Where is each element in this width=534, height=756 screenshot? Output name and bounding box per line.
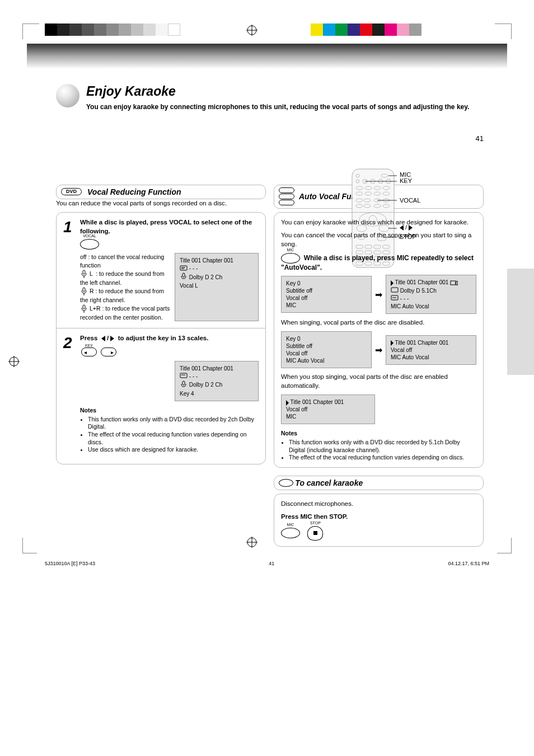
stop-button[interactable]: STOP bbox=[307, 526, 323, 541]
note-item: The effect of the vocal reducing functio… bbox=[289, 454, 476, 462]
note-item: Use discs which are designed for karaoke… bbox=[88, 446, 259, 454]
osd-line: Vocal off bbox=[391, 346, 471, 354]
remote-label-key: KEY bbox=[400, 177, 412, 184]
note-item: This function works only with a DVD disc… bbox=[289, 439, 476, 454]
page-subtitle: You can enjoy karaoke by connecting micr… bbox=[86, 102, 484, 112]
header-gradient bbox=[27, 44, 507, 69]
option-lr: L+R : to reduce the vocal parts recorded… bbox=[80, 304, 170, 322]
option-r: R : to reduce the sound from the right c… bbox=[80, 287, 170, 304]
osd-line: Title 001 Chapter 001 bbox=[395, 340, 449, 346]
osd-display: Title 001 Chapter 001 - - - Dolby D 2 Ch… bbox=[175, 361, 259, 401]
osd-line: MIC bbox=[286, 413, 370, 420]
osd-line: Key 0 bbox=[286, 335, 367, 342]
osd-display: Title 001 Chapter 001 - - - Dolby D 2 Ch… bbox=[175, 253, 259, 321]
svg-rect-75 bbox=[391, 288, 398, 292]
osd-display: Title 001 Chapter 001 Vocal off MIC bbox=[281, 395, 375, 424]
skip-fwd-button[interactable]: ▸ bbox=[101, 348, 116, 356]
section-intro: You can cancel the vocal parts of the so… bbox=[281, 231, 476, 248]
option-l: L : to reduce the sound from the left ch… bbox=[80, 270, 170, 287]
remote-label-vocal: VOCAL bbox=[400, 197, 420, 204]
vocal-button[interactable]: VOCAL bbox=[80, 239, 99, 250]
step-number: 2 bbox=[63, 334, 80, 352]
osd-audio: Dolby D 2 Ch bbox=[189, 381, 222, 388]
osd-line: Vocal off bbox=[286, 350, 367, 357]
footer: 5J310010A [E] P33-43 41 04.12.17, 6:51 P… bbox=[45, 561, 489, 566]
step-text: Press / to adjust the key in 13 scales. bbox=[80, 335, 208, 341]
print-registration-top bbox=[0, 0, 534, 56]
notes-list: This function works only with a DVD disc… bbox=[80, 416, 259, 454]
osd-display: Title 001 Chapter 001 Vocal off MIC Auto… bbox=[386, 335, 476, 365]
svg-rect-62 bbox=[83, 288, 85, 292]
svg-rect-72 bbox=[182, 381, 185, 385]
osd-line: MIC Auto Vocal bbox=[391, 303, 471, 310]
osd-display: Title 001 Chapter 001 Dolby D 5.1Ch - - … bbox=[386, 275, 476, 313]
section-header-cancel: To cancel karaoke bbox=[274, 476, 484, 490]
registration-mark-icon bbox=[246, 25, 257, 36]
osd-title: Title 001 Chapter 001 bbox=[180, 257, 254, 264]
osd-line: MIC Auto Vocal bbox=[286, 357, 367, 364]
notes-heading: Notes bbox=[80, 407, 259, 415]
crop-mark-icon bbox=[22, 24, 39, 39]
osd-subtitle: - - - bbox=[189, 373, 198, 380]
section-header-vocal-reducing: DVD Vocal Reducing Function bbox=[56, 185, 266, 199]
section-title: To cancel karaoke bbox=[295, 478, 363, 487]
cancel-text: Press MIC then STOP. bbox=[281, 513, 348, 520]
crop-mark-icon bbox=[495, 24, 512, 39]
notes-heading: Notes bbox=[281, 430, 476, 438]
notes-list: This function works only with a DVD disc… bbox=[281, 439, 476, 462]
svg-rect-66 bbox=[180, 266, 187, 270]
osd-line: Dolby D 5.1Ch bbox=[400, 287, 437, 294]
cancel-text: Disconnect microphones. bbox=[281, 500, 476, 509]
osd-line: Title 001 Chapter 001 bbox=[291, 399, 344, 405]
svg-rect-64 bbox=[83, 305, 85, 309]
osd-line: MIC Auto Vocal bbox=[391, 354, 471, 361]
svg-rect-60 bbox=[83, 270, 85, 274]
note-item: The effect of the vocal reducing functio… bbox=[88, 431, 259, 446]
osd-title: Title 001 Chapter 001 bbox=[180, 365, 254, 372]
osd-line: MIC bbox=[286, 302, 367, 309]
disc-badge-icon bbox=[279, 187, 294, 206]
osd-key-setting: Key 4 bbox=[180, 390, 254, 397]
page-number: 41 bbox=[476, 134, 484, 143]
step-number: 1 bbox=[63, 218, 80, 236]
step-text: While a disc is played, press VOCAL to s… bbox=[80, 219, 252, 234]
steps-panel: 1 While a disc is played, press VOCAL to… bbox=[56, 212, 266, 464]
footer-file: 5J310010A [E] P33-43 bbox=[45, 561, 95, 566]
osd-line: Key 0 bbox=[286, 280, 367, 287]
crop-mark-icon bbox=[497, 538, 512, 553]
arrow-right-icon: ➡ bbox=[375, 345, 382, 355]
note-item: This function works only with a DVD disc… bbox=[88, 416, 259, 431]
mic-button[interactable]: MIC bbox=[281, 253, 300, 264]
mic-button[interactable]: MIC bbox=[281, 528, 300, 538]
osd-line: Subtitle off bbox=[286, 342, 367, 350]
grayscale-calibration bbox=[45, 24, 180, 36]
disc-badge-icon bbox=[279, 479, 293, 487]
svg-rect-73 bbox=[451, 281, 456, 285]
svg-rect-70 bbox=[180, 373, 187, 378]
footer-date: 04.12.17, 6:51 PM bbox=[448, 561, 489, 566]
steps-panel: You can enjoy karaoke with discs which a… bbox=[274, 212, 484, 468]
arrow-right-icon: ➡ bbox=[375, 289, 382, 300]
section-intro: You can reduce the vocal parts of songs … bbox=[56, 199, 266, 208]
color-calibration bbox=[311, 24, 421, 36]
step-description: When singing, vocal parts of the disc ar… bbox=[281, 318, 476, 327]
svg-marker-74 bbox=[456, 281, 457, 285]
osd-line: Subtitle off bbox=[286, 287, 367, 294]
skip-back-button[interactable]: KEY◂ bbox=[81, 348, 97, 356]
option-off: off : to cancel the vocal reducing funct… bbox=[80, 253, 170, 269]
cancel-panel: Disconnect microphones. Press MIC then S… bbox=[274, 494, 484, 547]
step-text: While a disc is played, press MIC repeat… bbox=[281, 254, 474, 271]
osd-subtitle: - - - bbox=[189, 265, 198, 272]
osd-line: Title 001 Chapter 001 bbox=[395, 279, 449, 285]
step-description: When you stop singing, vocal parts of th… bbox=[281, 373, 476, 390]
crop-mark-icon bbox=[22, 538, 37, 553]
section-title: Vocal Reducing Function bbox=[87, 187, 181, 196]
footer-page: 41 bbox=[269, 561, 274, 566]
osd-line: Vocal off bbox=[286, 406, 370, 413]
page-title: Enjoy Karaoke bbox=[86, 84, 484, 99]
osd-line: Vocal off bbox=[286, 294, 367, 302]
osd-display: Key 0 Subtitle off Vocal off MIC bbox=[281, 276, 372, 313]
dvd-badge-icon: DVD bbox=[61, 188, 82, 195]
registration-mark-icon bbox=[246, 537, 257, 548]
osd-audio: Dolby D 2 Ch bbox=[189, 274, 222, 281]
